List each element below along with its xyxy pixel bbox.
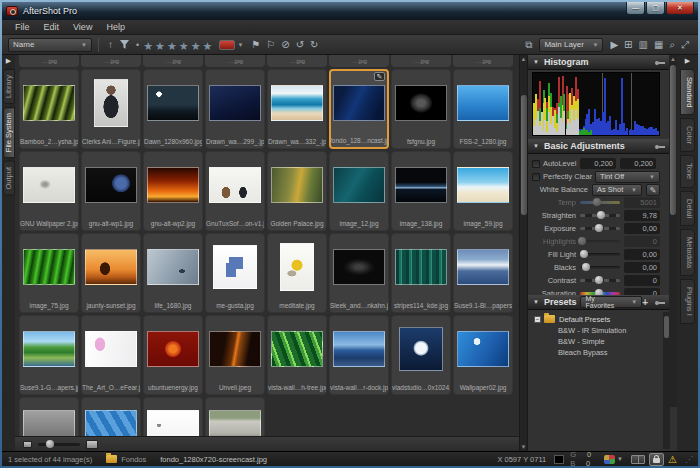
- slider-knob[interactable]: [595, 224, 603, 232]
- tint-dropdown[interactable]: Tint Off ▼: [595, 171, 660, 183]
- fill-light-value[interactable]: 0,00: [624, 249, 660, 260]
- slider-knob[interactable]: [582, 263, 590, 271]
- thumbnail-cell[interactable]: me-gusta.jpg: [205, 233, 265, 313]
- minimize-button[interactable]: —: [626, 2, 645, 15]
- sort-ascending-icon[interactable]: ↑: [105, 38, 116, 52]
- scrollbar-thumb[interactable]: [670, 65, 676, 215]
- preset-item[interactable]: B&W - IR Simulation: [534, 325, 660, 336]
- thumbnail-cell-partial[interactable]: [205, 397, 265, 436]
- slider-knob[interactable]: [595, 276, 603, 284]
- star-icon[interactable]: ★: [142, 40, 154, 52]
- thumbnail-cell[interactable]: Drawn_wa…332_.jpg: [267, 69, 327, 149]
- thumbnail-cell[interactable]: ubuntuenergy.jpg: [143, 315, 203, 395]
- thumbnail-cell[interactable]: stripes114_kde.jpg: [391, 233, 451, 313]
- preset-item[interactable]: Bleach Bypass: [534, 347, 660, 358]
- tab-plugins-i[interactable]: Plugins I: [680, 279, 695, 324]
- thumbnail-cell-partial[interactable]: [143, 397, 203, 436]
- rotate-left-icon[interactable]: ↺: [293, 38, 307, 52]
- thumbnail-cell[interactable]: meditate.jpg: [267, 233, 327, 313]
- rotate-right-icon[interactable]: ↻: [307, 38, 321, 52]
- thumbnail-cell[interactable]: life_1680.jpg: [143, 233, 203, 313]
- straighten-value[interactable]: 9,78: [624, 210, 660, 221]
- thumbnail-cell[interactable]: Drawn_wa…299_.jpg: [205, 69, 265, 149]
- browse-view-icon[interactable]: ▥: [635, 38, 650, 52]
- eyedropper-button[interactable]: ✎: [646, 184, 660, 196]
- thumbnail-cell[interactable]: gnu-alt-wp1.jpg: [81, 151, 141, 231]
- exposure-value[interactable]: 0,00: [624, 223, 660, 234]
- thumbnail-cell[interactable]: Suse9.1-G…apers.jpg: [19, 315, 79, 395]
- fill-light-slider[interactable]: [580, 253, 620, 256]
- straighten-slider[interactable]: [580, 214, 620, 217]
- thumbnail-cell[interactable]: image_12.jpg: [329, 151, 389, 231]
- preset-folder-row[interactable]: − Default Presets: [534, 313, 660, 325]
- grid-scrollbar[interactable]: ▲ ▼: [519, 55, 527, 451]
- perfectly-clear-checkbox[interactable]: [532, 173, 540, 181]
- scroll-up-icon[interactable]: ▲: [669, 55, 677, 63]
- autolevel-value-1[interactable]: 0,200: [580, 158, 616, 169]
- thumbnail-cell[interactable]: Bamboo_2…ysha.jpg: [19, 69, 79, 149]
- thumbnail-cell[interactable]: Dawn_1280x960.jpg: [143, 69, 203, 149]
- thumbnail-view-icon[interactable]: ⊞: [621, 38, 635, 52]
- thumbnail-cell[interactable]: vladstudio…0x1024.jpg: [391, 315, 451, 395]
- tab-output[interactable]: Output: [3, 161, 15, 196]
- thumbnail-cell[interactable]: gnu-alt-wp2.jpg: [143, 151, 203, 231]
- thumbnail-cell-partial[interactable]: [81, 397, 141, 436]
- menu-edit[interactable]: Edit: [37, 22, 67, 32]
- slider-knob[interactable]: [597, 211, 605, 219]
- highlights-value[interactable]: 0: [624, 236, 660, 247]
- exposure-slider[interactable]: [580, 227, 620, 230]
- highlights-slider[interactable]: [580, 240, 620, 243]
- basic-adjustments-header[interactable]: ▼ Basic Adjustments: [528, 139, 670, 154]
- thumbnail-cell[interactable]: FSS-2_1280.jpg: [453, 69, 513, 149]
- thumbnail-cell[interactable]: fsfgnu.jpg: [391, 69, 451, 149]
- color-label-swatch[interactable]: [219, 40, 235, 50]
- warning-icon[interactable]: ⚠: [668, 454, 677, 465]
- layer-dropdown[interactable]: Main Layer ▼: [539, 38, 603, 52]
- large-thumbnails-icon[interactable]: [86, 440, 98, 449]
- filter-icon[interactable]: [119, 39, 130, 50]
- slider-knob[interactable]: [593, 198, 601, 206]
- collapse-triangle-icon[interactable]: ▼: [533, 143, 539, 149]
- star-icon[interactable]: ★: [202, 40, 214, 52]
- thumbnail-cell[interactable]: Suse9.1-Bl…papers.jpg: [453, 233, 513, 313]
- star-icon[interactable]: ★: [154, 40, 166, 52]
- blacks-slider[interactable]: [580, 266, 620, 269]
- panel-scrollbar[interactable]: ▲: [669, 55, 677, 407]
- current-folder[interactable]: Fondos: [121, 455, 146, 464]
- saturation-slider[interactable]: [580, 292, 620, 295]
- thumbnail-cell[interactable]: Clerks Ani…Figure.jpg: [81, 69, 141, 149]
- blacks-value[interactable]: 0,00: [624, 262, 660, 273]
- copy-settings-icon[interactable]: ⧉: [522, 38, 535, 52]
- saturation-value[interactable]: 0: [624, 288, 660, 295]
- fullscreen-icon[interactable]: ⤢: [678, 38, 692, 52]
- tab-file-system[interactable]: File System: [3, 107, 15, 158]
- temp-value[interactable]: 5001: [624, 197, 660, 208]
- rating-none-icon[interactable]: •: [133, 40, 142, 50]
- tab-tone[interactable]: Tone: [680, 155, 695, 187]
- thumbnail-cell-partial[interactable]: [19, 397, 79, 436]
- contrast-slider[interactable]: [580, 279, 620, 282]
- title-bar[interactable]: AfterShot Pro — ▢ ✕: [2, 2, 698, 20]
- slider-knob[interactable]: [46, 440, 54, 448]
- pin-icon[interactable]: [655, 144, 665, 149]
- thumbnail-cell[interactable]: image_75.jpg: [19, 233, 79, 313]
- presets-favorites-dropdown[interactable]: My Favorites ▼: [580, 296, 642, 308]
- thumbnail-cell[interactable]: ✎fondo_128…ncast.jpg: [329, 69, 389, 149]
- tab-color[interactable]: Color: [680, 118, 695, 152]
- dual-monitor-icon[interactable]: [631, 455, 645, 464]
- star-icon[interactable]: ★: [178, 40, 190, 52]
- tab-detail[interactable]: Detail: [680, 191, 695, 226]
- slideshow-icon[interactable]: ▶: [607, 38, 621, 52]
- thumbnail-cell[interactable]: jaunty-sunset.jpg: [81, 233, 141, 313]
- tab-metadata[interactable]: Metadata: [680, 229, 695, 276]
- collapse-triangle-icon[interactable]: ▼: [533, 59, 539, 65]
- thumbnail-cell[interactable]: The_Art_O…eFear.jpg: [81, 315, 141, 395]
- menu-file[interactable]: File: [8, 22, 37, 32]
- thumbnail-cell[interactable]: image_59.jpg: [453, 151, 513, 231]
- white-balance-dropdown[interactable]: As Shot ▼: [592, 184, 642, 196]
- thumbnail-cell[interactable]: image_138.jpg: [391, 151, 451, 231]
- thumbnail-size-slider[interactable]: [38, 443, 80, 446]
- tab-library[interactable]: Library: [3, 69, 15, 104]
- star-icon[interactable]: ★: [190, 40, 202, 52]
- collapse-box-icon[interactable]: −: [534, 316, 541, 323]
